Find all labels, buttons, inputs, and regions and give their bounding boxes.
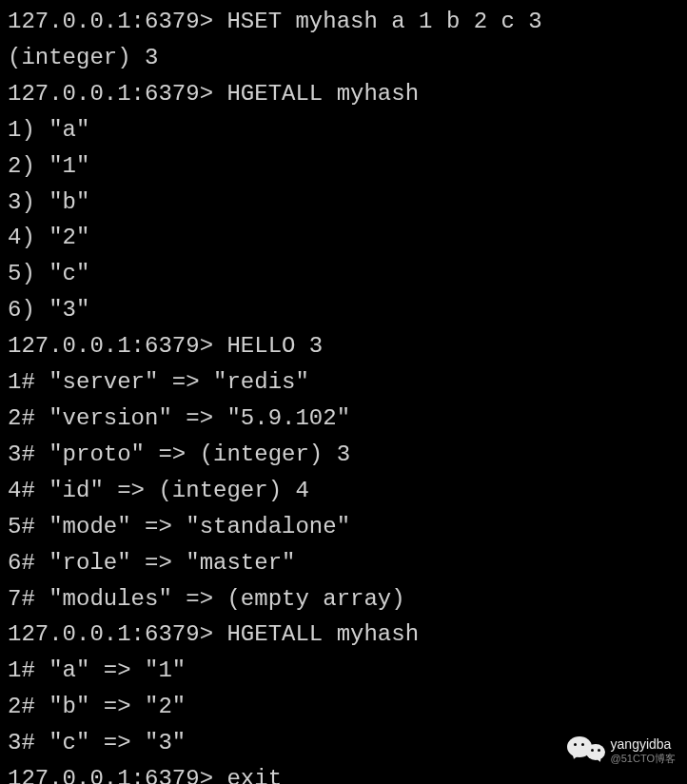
terminal-command-line: 127.0.0.1:6379> HELLO 3 [8, 328, 679, 364]
watermark: yangyidba @51CTO博客 [567, 735, 676, 767]
terminal-output-line: 6) "3" [8, 292, 679, 328]
terminal-output-line: 5# "mode" => "standalone" [8, 509, 679, 545]
terminal-output-line: 1) "a" [8, 112, 679, 148]
terminal-output-line: 2# "b" => "2" [8, 689, 679, 725]
wechat-icon [567, 735, 605, 767]
terminal-output-line: 7# "modules" => (empty array) [8, 581, 679, 617]
terminal-output-line: 2) "1" [8, 148, 679, 185]
terminal-output-line: 4) "2" [8, 220, 679, 256]
terminal-output-line: 1# "server" => "redis" [8, 364, 679, 401]
terminal-output[interactable]: 127.0.0.1:6379> HSET myhash a 1 b 2 c 3(… [8, 4, 679, 784]
watermark-name: yangyidba [611, 737, 676, 752]
terminal-command-line: 127.0.0.1:6379> HGETALL myhash [8, 76, 679, 112]
terminal-output-line: 5) "c" [8, 256, 679, 292]
terminal-output-line: (integer) 3 [8, 40, 679, 76]
terminal-output-line: 6# "role" => "master" [8, 545, 679, 581]
watermark-sub: @51CTO博客 [611, 753, 676, 764]
terminal-command-line: 127.0.0.1:6379> HSET myhash a 1 b 2 c 3 [8, 4, 679, 40]
terminal-output-line: 1# "a" => "1" [8, 653, 679, 689]
terminal-command-line: 127.0.0.1:6379> HGETALL myhash [8, 617, 679, 653]
terminal-output-line: 4# "id" => (integer) 4 [8, 473, 679, 509]
terminal-output-line: 2# "version" => "5.9.102" [8, 401, 679, 437]
terminal-output-line: 3# "proto" => (integer) 3 [8, 437, 679, 473]
terminal-output-line: 3) "b" [8, 185, 679, 221]
